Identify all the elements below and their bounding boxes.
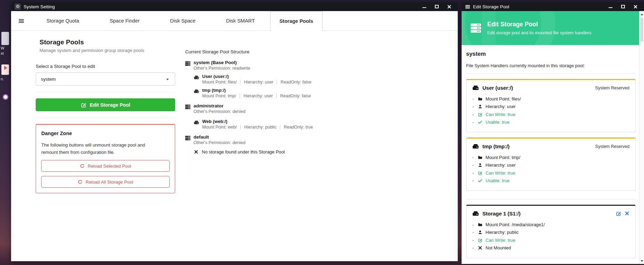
menu-hamburger-icon[interactable] <box>11 11 31 30</box>
window-title: System Setting <box>24 4 55 9</box>
hdd-icon <box>472 210 479 217</box>
banner-subtitle: Edit storage pool and its mounted file s… <box>487 30 591 35</box>
folder-icon <box>478 97 482 101</box>
handler-card-storage1: Storage 1 (S1:/) Mount Point: /media/sto… <box>466 205 636 258</box>
vertical-scrollbar[interactable] <box>639 11 644 264</box>
tab-space-finder[interactable]: Space Finder <box>94 11 155 30</box>
system-setting-titlebar: ⚙ System Setting <box>11 2 458 11</box>
tab-storage-quota[interactable]: Storage Quota <box>31 11 94 30</box>
page-subtitle: Manage system and permission group stora… <box>40 48 175 53</box>
danger-zone-description: The following buttons will unmount stora… <box>41 141 159 156</box>
scroll-down-arrow[interactable] <box>639 258 644 263</box>
danger-zone-title: Danger Zone <box>41 131 170 136</box>
readonly: ReadOnly: true <box>280 125 313 130</box>
desktop-icon-label-fragment: W <box>1 46 4 50</box>
minimize-button[interactable] <box>422 4 427 9</box>
empty-pool-message: No storage found under this Storage Pool <box>194 149 393 154</box>
user-icon <box>478 230 482 235</box>
chevron-down-icon <box>165 76 170 81</box>
select-pool-label: Select a Storage Pool to edit <box>36 64 175 69</box>
mount-point: Mount Point: web/ <box>202 125 237 130</box>
system-reserved-badge: System Reserved <box>595 86 629 90</box>
edit-storage-pool-window: Edit Storage Pool Edit Storage Pool Edit… <box>462 2 644 264</box>
close-button[interactable] <box>447 4 452 9</box>
pool-row-default: default Other's Permission: denied <box>185 134 393 145</box>
divider <box>36 117 175 118</box>
edit-icon <box>478 112 482 117</box>
maximize-button[interactable] <box>434 4 439 9</box>
storage-pool-tree: system (Base Pool) Other's Permission: r… <box>185 60 393 154</box>
divider <box>466 199 636 200</box>
reload-selected-pool-button[interactable]: Reload Selected Pool <box>41 160 170 172</box>
refresh-icon <box>80 164 85 168</box>
pool-select-value: system <box>41 77 56 82</box>
readonly: ReadOnly: false <box>277 80 311 85</box>
tab-disk-space[interactable]: Disk Space <box>155 11 211 30</box>
hierarchy-item: Hierarchy: user <box>472 103 629 111</box>
reload-all-storage-pool-button[interactable]: Reload All Storage Pool <box>41 176 170 188</box>
server-icon <box>185 104 190 114</box>
x-icon <box>478 246 482 250</box>
hierarchy-item: Hierarchy: public <box>472 229 629 237</box>
tab-storage-pools[interactable]: Storage Pools <box>270 11 323 31</box>
hdd-icon <box>194 74 199 85</box>
scroll-up-arrow[interactable] <box>639 12 644 17</box>
scrollbar-thumb[interactable] <box>640 17 643 42</box>
danger-zone-card: Danger Zone The following buttons will u… <box>36 124 175 193</box>
remove-handler-button[interactable] <box>625 211 629 216</box>
edit-icon <box>478 171 482 175</box>
gear-icon: ⚙ <box>15 3 21 10</box>
edit-storage-pool-button[interactable]: Edit Storage Pool <box>36 98 175 111</box>
server-icon <box>185 135 190 145</box>
selected-pool-name: system <box>466 51 636 57</box>
close-button[interactable] <box>633 4 638 9</box>
desktop-background: W xt n. <box>0 0 9 265</box>
mount-point-item: Mount Point: files/ <box>472 95 629 103</box>
edit-pool-header-banner: Edit Storage Pool Edit storage pool and … <box>462 11 644 45</box>
edit-icon <box>81 102 86 108</box>
hierarchy-item: Hierarchy: user <box>472 161 629 169</box>
folder-icon <box>478 155 482 160</box>
pool-row-administrator: administrator Other's Permission: denied <box>185 103 393 114</box>
hdd-icon <box>194 88 199 98</box>
handlers-description: File System Handlers currently mounted i… <box>466 63 636 68</box>
pool-row-system: system (Base Pool) Other's Permission: r… <box>185 60 393 71</box>
check-icon <box>478 178 482 183</box>
user-icon <box>478 104 482 109</box>
usable-item: Usable: true <box>472 177 629 185</box>
window-title: Edit Storage Pool <box>473 4 509 9</box>
server-icon <box>471 23 481 33</box>
hdd-icon <box>194 119 199 130</box>
mount-point: Mount Point: tmp/ <box>202 94 236 98</box>
media-icon-fragment <box>4 66 7 70</box>
banner-title: Edit Storage Pool <box>487 21 538 28</box>
edit-pool-titlebar: Edit Storage Pool <box>462 2 644 11</box>
tab-disk-smart[interactable]: Disk SMART <box>211 11 270 30</box>
edit-icon <box>478 238 482 242</box>
mount-point-item: Mount Point: tmp/ <box>472 153 629 161</box>
pool-select-dropdown[interactable]: system <box>36 72 175 86</box>
page-title: Storage Pools <box>40 38 175 46</box>
refresh-icon <box>78 179 83 184</box>
edit-handler-button[interactable] <box>616 211 621 216</box>
not-mounted-item: Not Mounted <box>472 244 629 252</box>
hdd-icon <box>472 143 479 150</box>
hierarchy: Hierarchy: user <box>240 94 273 98</box>
mount-point-item: Mount Point: /media/storage1/ <box>472 221 629 229</box>
structure-title: Current Storage Pool Structure <box>185 49 393 54</box>
system-reserved-badge: System Reserved <box>595 144 629 149</box>
x-icon <box>194 150 198 154</box>
can-write-item: Can Write: true <box>472 111 629 118</box>
list-icon <box>465 3 470 10</box>
settings-tabbar: Storage Quota Space Finder Disk Space Di… <box>11 11 458 31</box>
system-setting-window: ⚙ System Setting Storage Quota Space Fin… <box>11 2 458 261</box>
hierarchy: Hierarchy: user <box>240 80 273 85</box>
edit-pool-body: system File System Handlers currently mo… <box>462 45 644 264</box>
minimize-button[interactable] <box>608 4 613 9</box>
can-write-item: Can Write: true <box>472 169 629 177</box>
mount-point: Mount Point: files/ <box>202 80 237 85</box>
divider <box>466 73 636 74</box>
maximize-button[interactable] <box>620 4 625 9</box>
check-icon <box>478 120 482 124</box>
handler-row-user: User (user:/) Mount Point: files/ Hierar… <box>194 74 393 85</box>
